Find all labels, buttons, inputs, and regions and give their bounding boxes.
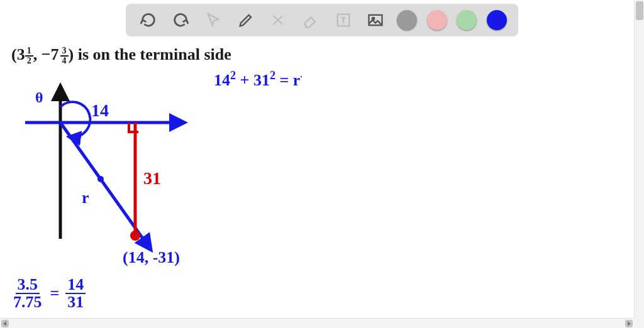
horizontal-scrollbar[interactable] xyxy=(0,318,634,328)
color-gray[interactable] xyxy=(397,10,417,30)
pencil-tool[interactable] xyxy=(235,9,257,31)
pointer-tool[interactable] xyxy=(202,9,225,31)
eraser-tool[interactable] xyxy=(299,9,322,31)
color-pink[interactable] xyxy=(427,10,447,30)
pythagorean-equation: 142 + 312 = r· xyxy=(214,69,303,90)
problem-text: (312, −734) is on the terminal side xyxy=(11,45,231,65)
text-tool[interactable] xyxy=(332,9,355,31)
scroll-corner xyxy=(634,318,644,328)
hypotenuse-r-label: r xyxy=(82,189,89,207)
color-green[interactable] xyxy=(457,10,477,30)
scroll-right-icon[interactable] xyxy=(625,320,633,327)
svg-line-5 xyxy=(60,123,150,248)
scroll-left-icon[interactable] xyxy=(1,320,9,327)
color-blue[interactable] xyxy=(487,10,507,30)
point-label: (14, -31) xyxy=(123,248,180,267)
build-tool[interactable] xyxy=(267,9,289,31)
scaling-ratio: 3.57.75 = 1431 xyxy=(11,276,86,310)
svg-point-6 xyxy=(97,176,104,182)
scroll-thumb[interactable] xyxy=(636,1,643,20)
undo-button[interactable] xyxy=(137,9,160,31)
whiteboard-canvas[interactable]: (312, −734) is on the terminal side 142 … xyxy=(0,0,644,328)
svg-point-8 xyxy=(130,231,140,241)
theta-label: θ xyxy=(35,89,43,106)
vertical-scrollbar[interactable] xyxy=(634,0,644,318)
leg-14-label: 14 xyxy=(91,101,109,121)
toolbar xyxy=(126,4,518,36)
image-tool[interactable] xyxy=(364,9,387,31)
redo-button[interactable] xyxy=(169,9,192,31)
leg-31-label: 31 xyxy=(143,168,161,189)
